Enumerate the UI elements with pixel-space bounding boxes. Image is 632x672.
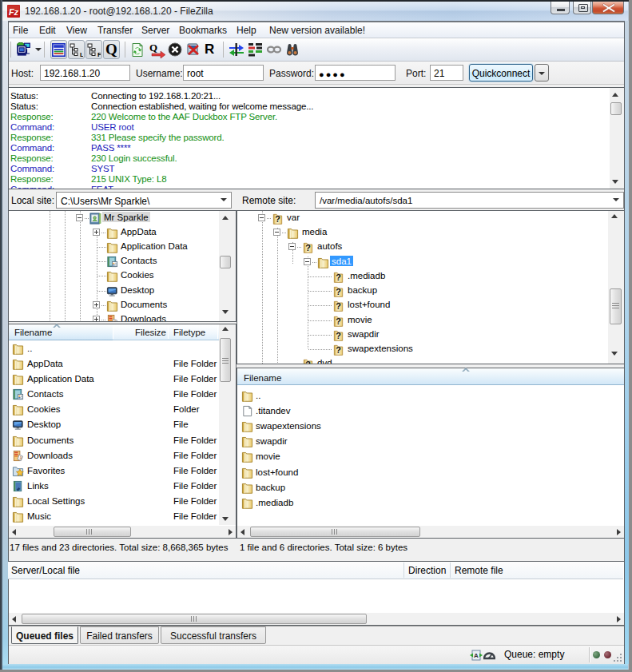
svg-text:L: L (80, 51, 83, 58)
svg-text:A: A (474, 652, 479, 659)
svg-text:Q: Q (149, 42, 157, 54)
svg-text:F: F (97, 51, 101, 58)
